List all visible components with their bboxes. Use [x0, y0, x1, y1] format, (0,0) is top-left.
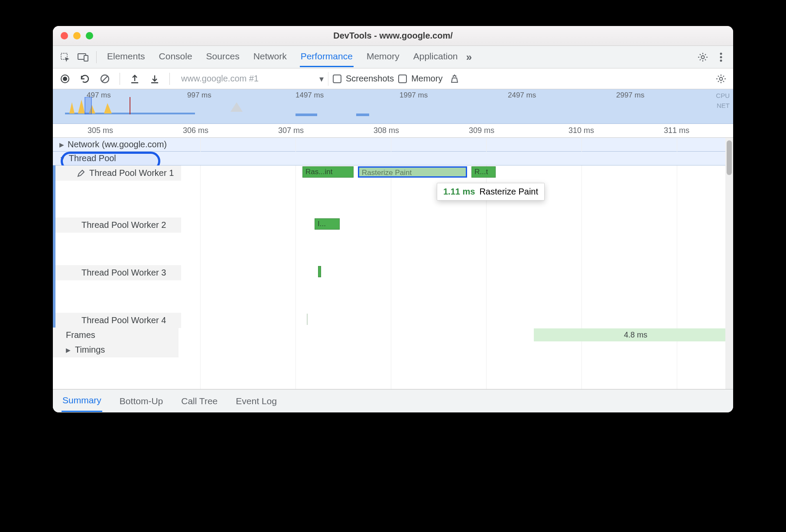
- worker-label: Thread Pool Worker 2: [55, 217, 181, 233]
- ruler-tick: 305 ms: [88, 126, 113, 135]
- svg-point-6: [720, 59, 722, 62]
- svg-marker-14: [78, 100, 85, 114]
- overview-activity-icon: [231, 100, 244, 113]
- garbage-collect-icon[interactable]: [447, 71, 462, 87]
- tab-bottom-up[interactable]: Bottom-Up: [119, 391, 164, 412]
- overview-net-bar: [356, 114, 369, 116]
- svg-point-8: [63, 77, 67, 81]
- settings-icon[interactable]: [695, 49, 711, 65]
- flame-segment[interactable]: I...: [315, 218, 340, 230]
- traffic-lights: [61, 32, 93, 39]
- main-tab-bar: Elements Console Sources Network Perform…: [53, 46, 733, 68]
- minimize-window-button[interactable]: [73, 32, 81, 39]
- tab-application[interactable]: Application: [412, 47, 459, 67]
- svg-marker-13: [69, 102, 75, 114]
- timings-row[interactable]: ▶ Timings: [53, 342, 733, 357]
- download-icon[interactable]: [147, 71, 162, 87]
- network-track-header[interactable]: ▶ Network (ww.google.com): [53, 138, 733, 152]
- device-toolbar-icon[interactable]: [75, 49, 91, 65]
- worker-label: Thread Pool Worker 3: [55, 265, 181, 280]
- flame-segment[interactable]: [307, 314, 308, 325]
- svg-point-11: [720, 77, 723, 80]
- checkbox-icon: [398, 75, 407, 83]
- flame-segment[interactable]: [318, 266, 321, 277]
- overview-tick: 1497 ms: [296, 91, 324, 100]
- worker-label: Thread Pool Worker 4: [55, 313, 181, 328]
- tab-elements[interactable]: Elements: [106, 47, 146, 67]
- flame-chart[interactable]: ▶ Network (ww.google.com) ▼ Thread Pool …: [53, 138, 733, 389]
- screenshots-checkbox[interactable]: Screenshots: [333, 74, 394, 84]
- tooltip-duration: 1.11 ms: [443, 187, 475, 197]
- flame-segment[interactable]: R...t: [471, 166, 496, 178]
- tab-event-log[interactable]: Event Log: [235, 391, 278, 412]
- ruler-tick: 308 ms: [374, 126, 399, 135]
- screenshots-label: Screenshots: [346, 74, 394, 84]
- ruler-tick: 311 ms: [664, 126, 689, 135]
- overview-lane-labels: CPU NET: [716, 92, 730, 112]
- memory-checkbox[interactable]: Memory: [398, 74, 442, 84]
- flame-segment[interactable]: Ras...int: [302, 166, 354, 178]
- tooltip-name: Rasterize Paint: [479, 187, 538, 197]
- record-button-icon[interactable]: [57, 71, 73, 87]
- worker-row: Thread Pool Worker 1 Ras...int Rasterize…: [53, 165, 733, 217]
- checkbox-icon: [333, 75, 341, 83]
- performance-toolbar: www.google.com #1 ▾ Screenshots Memory: [53, 68, 733, 89]
- ruler-tick: 306 ms: [183, 126, 208, 135]
- tab-memory[interactable]: Memory: [366, 47, 400, 67]
- collapse-arrow-icon: ▼: [59, 155, 65, 162]
- maximize-window-button[interactable]: [86, 32, 93, 39]
- worker-row: Thread Pool Worker 3: [53, 265, 733, 313]
- capture-settings-icon[interactable]: [713, 71, 729, 87]
- overview-net-bar: [296, 114, 317, 116]
- svg-line-10: [102, 76, 107, 81]
- worker-row: Thread Pool Worker 4: [53, 313, 733, 328]
- overview-timeline[interactable]: 497 ms 997 ms 1497 ms 1997 ms 2497 ms 29…: [53, 89, 733, 124]
- kebab-menu-icon[interactable]: [713, 49, 729, 65]
- svg-rect-2: [84, 55, 88, 61]
- reload-record-icon[interactable]: [77, 71, 93, 87]
- expand-arrow-icon: ▶: [66, 347, 71, 354]
- vertical-scrollbar[interactable]: [725, 138, 733, 389]
- overview-tick: 2497 ms: [508, 91, 536, 100]
- overview-tick: 2997 ms: [616, 91, 644, 100]
- chevron-down-icon: ▾: [319, 74, 324, 84]
- devtools-window: DevTools - www.google.com/ Elements Cons…: [53, 26, 733, 412]
- frame-duration-bar[interactable]: 4.8 ms: [534, 328, 733, 341]
- timeline-ruler[interactable]: 305 ms 306 ms 307 ms 308 ms 309 ms 310 m…: [53, 124, 733, 138]
- recording-selector[interactable]: www.google.com #1 ▾: [177, 72, 328, 86]
- thread-pool-label: Thread Pool: [69, 153, 116, 163]
- inspect-element-icon[interactable]: [57, 49, 73, 65]
- svg-marker-16: [104, 103, 112, 114]
- tab-sources[interactable]: Sources: [205, 47, 240, 67]
- edit-icon[interactable]: [77, 169, 85, 177]
- scroll-thumb[interactable]: [727, 140, 732, 175]
- main-tabs: Elements Console Sources Network Perform…: [106, 47, 458, 67]
- clear-icon[interactable]: [97, 71, 113, 87]
- thread-pool-header[interactable]: ▼ Thread Pool: [53, 152, 733, 165]
- tab-call-tree[interactable]: Call Tree: [180, 391, 218, 412]
- window-title: DevTools - www.google.com/: [53, 31, 733, 41]
- overview-tick: 1997 ms: [399, 91, 428, 100]
- svg-marker-19: [231, 102, 243, 112]
- timings-label: ▶ Timings: [53, 342, 179, 357]
- recording-name: www.google.com #1: [181, 74, 259, 84]
- svg-point-3: [702, 55, 705, 58]
- titlebar: DevTools - www.google.com/: [53, 26, 733, 46]
- worker-label: Thread Pool Worker 1: [55, 165, 181, 181]
- ruler-tick: 310 ms: [568, 126, 594, 135]
- tab-summary[interactable]: Summary: [62, 390, 102, 412]
- flame-segment-selected[interactable]: Rasterize Paint: [358, 166, 467, 178]
- ruler-tick: 307 ms: [278, 126, 304, 135]
- close-window-button[interactable]: [61, 32, 68, 39]
- tab-network[interactable]: Network: [253, 47, 288, 67]
- worker-row: Thread Pool Worker 2 I...: [53, 217, 733, 265]
- expand-arrow-icon: ▶: [59, 141, 64, 148]
- upload-icon[interactable]: [127, 71, 143, 87]
- frames-row: Frames 4.8 ms: [53, 328, 733, 342]
- more-tabs-icon[interactable]: »: [461, 49, 477, 65]
- ruler-tick: 309 ms: [469, 126, 494, 135]
- tab-performance[interactable]: Performance: [300, 47, 354, 67]
- tab-console[interactable]: Console: [158, 47, 193, 67]
- network-track-label: Network (ww.google.com): [68, 139, 167, 149]
- overview-activity-icon: [65, 97, 195, 114]
